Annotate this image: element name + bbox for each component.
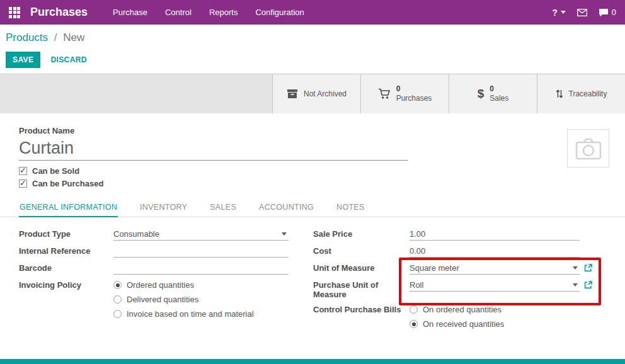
chevron-down-icon[interactable] — [573, 283, 578, 287]
breadcrumb-separator: / — [54, 31, 57, 43]
product-name-input[interactable]: Curtain — [19, 137, 408, 161]
menu-reports[interactable]: Reports — [209, 8, 238, 17]
purchases-stat-text: 0 Purchases — [396, 84, 432, 103]
envelope-icon — [577, 9, 587, 16]
control-purchase-bills-label: Control Purchase Bills — [313, 304, 410, 314]
app-title[interactable]: Purchases — [30, 6, 88, 19]
cost-row: Cost 0.00 — [313, 245, 606, 258]
radio-icon[interactable] — [113, 281, 122, 289]
help-icon: ? — [552, 8, 558, 18]
product-type-value: Consumable — [113, 229, 159, 239]
topbar-right: ? 0 — [552, 8, 616, 18]
sheet-body: Product Name Curtain Can be Sold Can be … — [0, 113, 625, 333]
internal-reference-label: Internal Reference — [19, 245, 113, 256]
tab-sales[interactable]: SALES — [209, 198, 237, 217]
radio-ordered-quantities[interactable]: Ordered quantities — [113, 280, 254, 290]
right-field-column: Sale Price 1.00 Cost 0.00 Unit of Measur… — [313, 228, 606, 333]
cart-icon — [378, 88, 391, 100]
control-purchase-bills-options: On ordered quantities On received quanti… — [410, 304, 504, 329]
sale-price-input[interactable]: 1.00 — [410, 228, 580, 241]
barcode-input[interactable] — [113, 262, 289, 275]
radio-invoice-time-material[interactable]: Invoice based on time and material — [113, 309, 254, 319]
internal-reference-input[interactable] — [113, 245, 289, 258]
radio-on-received-quantities[interactable]: On received quantities — [410, 319, 504, 329]
save-button[interactable]: SAVE — [6, 52, 40, 68]
purchases-count: 0 — [396, 84, 432, 94]
product-type-label: Product Type — [19, 228, 113, 239]
traceability-arrows-icon — [556, 89, 563, 99]
stat-button-band: Not Archived 0 Purchases $ — [0, 74, 625, 113]
purchase-uom-value: Roll — [410, 280, 423, 290]
product-type-select[interactable]: Consumable — [113, 228, 289, 241]
menu-control[interactable]: Control — [165, 8, 192, 17]
radio-icon[interactable] — [410, 320, 418, 328]
traceability-stat-button[interactable]: Traceability — [537, 74, 625, 113]
menu-purchase[interactable]: Purchase — [113, 8, 147, 17]
apps-menu-icon[interactable] — [9, 7, 20, 18]
help-menu[interactable]: ? — [552, 8, 566, 18]
tab-general-information[interactable]: GENERAL INFORMATION — [19, 198, 118, 217]
radio-label: Invoice based on time and material — [127, 309, 254, 319]
chevron-down-icon — [561, 11, 566, 14]
radio-icon[interactable] — [113, 310, 122, 318]
can-be-purchased-label: Can be Purchased — [32, 179, 103, 188]
external-link-icon[interactable] — [584, 263, 592, 275]
uom-label: Unit of Measure — [313, 262, 410, 273]
chevron-down-icon[interactable] — [573, 266, 578, 270]
sales-stat-button[interactable]: $ 0 Sales — [449, 74, 537, 113]
uom-row: Unit of Measure Square meter — [313, 262, 606, 275]
menu-configuration[interactable]: Configuration — [255, 8, 304, 17]
purchase-uom-select[interactable]: Roll — [410, 279, 580, 292]
radio-delivered-quantities[interactable]: Delivered quantities — [113, 295, 254, 304]
sales-count: 0 — [490, 84, 508, 94]
breadcrumb-products-link[interactable]: Products — [6, 31, 48, 43]
archived-stat-button[interactable]: Not Archived — [272, 74, 360, 113]
breadcrumb: Products / New — [6, 31, 84, 44]
barcode-row: Barcode — [19, 262, 313, 275]
can-be-purchased-row[interactable]: Can be Purchased — [19, 179, 606, 188]
can-be-sold-row[interactable]: Can be Sold — [19, 166, 606, 176]
left-field-column: Product Type Consumable Internal Referen… — [19, 228, 313, 333]
product-name-label: Product Name — [19, 126, 606, 135]
screen: Purchases Purchase Control Reports Confi… — [0, 0, 625, 364]
can-be-sold-checkbox[interactable] — [19, 167, 27, 175]
can-be-purchased-checkbox[interactable] — [19, 179, 27, 188]
purchase-uom-row: Purchase Unit of Measure Roll — [313, 279, 606, 299]
capability-checkboxes: Can be Sold Can be Purchased — [19, 166, 606, 188]
radio-label: On received quantities — [423, 319, 504, 329]
radio-label: Delivered quantities — [127, 295, 198, 304]
radio-icon[interactable] — [410, 305, 418, 314]
barcode-label: Barcode — [19, 262, 113, 273]
tab-inventory[interactable]: INVENTORY — [139, 198, 188, 217]
internal-reference-row: Internal Reference — [19, 245, 313, 258]
archive-icon — [287, 89, 298, 99]
breadcrumb-current: New — [63, 31, 84, 43]
chat-bubble-icon — [599, 8, 609, 17]
discard-button[interactable]: DISCARD — [50, 55, 86, 64]
tab-accounting[interactable]: ACCOUNTING — [258, 198, 314, 217]
chevron-down-icon[interactable] — [282, 232, 287, 236]
chat-button[interactable]: 0 — [599, 8, 616, 17]
purchase-uom-label: Purchase Unit of Measure — [313, 279, 410, 299]
control-purchase-bills-row: Control Purchase Bills On ordered quanti… — [313, 304, 606, 329]
cost-input[interactable]: 0.00 — [410, 245, 580, 258]
radio-icon[interactable] — [113, 295, 122, 304]
uom-select[interactable]: Square meter — [410, 262, 580, 275]
field-columns: Product Type Consumable Internal Referen… — [19, 228, 606, 333]
topbar: Purchases Purchase Control Reports Confi… — [0, 0, 625, 25]
purchases-stat-button[interactable]: 0 Purchases — [360, 74, 449, 113]
can-be-sold-label: Can be Sold — [32, 166, 79, 176]
messages-button[interactable] — [577, 9, 587, 16]
notebook-tabs: GENERAL INFORMATION INVENTORY SALES ACCO… — [0, 198, 625, 217]
stat-buttons: Not Archived 0 Purchases $ — [272, 74, 625, 113]
sale-price-label: Sale Price — [313, 228, 410, 239]
control-panel-buttons: SAVE DISCARD — [6, 52, 87, 68]
radio-label: Ordered quantities — [127, 280, 194, 290]
invoicing-policy-row: Invoicing Policy Ordered quantities Deli… — [19, 279, 313, 319]
form-sheet: Not Archived 0 Purchases $ — [0, 74, 625, 359]
external-link-icon[interactable] — [584, 280, 592, 292]
radio-on-ordered-quantities[interactable]: On ordered quantities — [410, 305, 504, 314]
radio-label: On ordered quantities — [423, 305, 502, 314]
tab-notes[interactable]: NOTES — [336, 198, 365, 217]
bottom-accent-bar — [0, 359, 625, 364]
